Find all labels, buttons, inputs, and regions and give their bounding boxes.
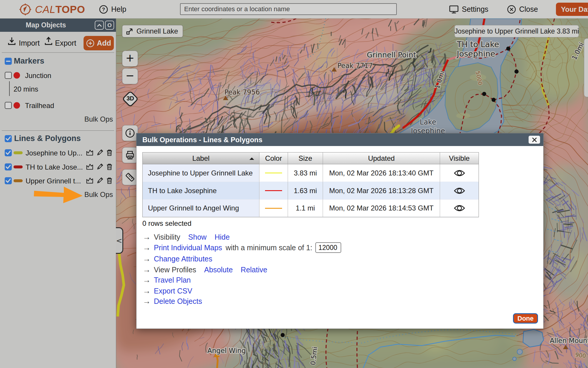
table-row[interactable]: TH to Lake Josephine 1.63 mi Mon, 02 Mar… (142, 182, 479, 200)
action-travel-plan: → Travel Plan (143, 276, 191, 284)
print-scale-suffix: with a minimum scale of 1: (226, 243, 312, 252)
column-header-visible[interactable]: Visible (440, 152, 479, 164)
cell-color[interactable] (259, 182, 288, 200)
action-arrow-icon: → (143, 233, 154, 242)
action-arrow-icon: → (143, 243, 154, 252)
action-print: → Print Individual Maps with a minimum s… (143, 243, 341, 252)
cell-updated[interactable]: Mon, 02 Mar 2026 18:14:53 GMT (323, 200, 440, 217)
visible-eye-icon (454, 169, 465, 177)
cell-color[interactable] (259, 164, 288, 182)
column-label-text: Label (192, 154, 210, 162)
row-color-swatch (265, 208, 282, 209)
table-row[interactable]: Josephine to Upper Grinnell Lake 3.83 mi… (142, 164, 479, 182)
cell-visible[interactable] (440, 164, 479, 182)
visibility-label: Visibility (154, 233, 180, 241)
action-arrow-icon: → (143, 265, 154, 274)
done-button[interactable]: Done (513, 313, 538, 324)
cell-label[interactable]: TH to Lake Josephine (143, 182, 259, 200)
min-scale-input[interactable] (315, 242, 341, 253)
cell-updated[interactable]: Mon, 02 Mar 2026 18:13:40 GMT (323, 164, 440, 182)
row-color-swatch (265, 190, 282, 191)
profiles-relative-link[interactable]: Relative (241, 266, 267, 274)
app: TH to Lake Josephine Grinnell Point Peak… (0, 0, 588, 368)
print-individual-maps-link[interactable]: Print Individual Maps (154, 243, 222, 252)
dialog-title: Bulk Operations - Lines & Polygons (142, 133, 262, 146)
travel-plan-link[interactable]: Travel Plan (154, 276, 191, 284)
visible-eye-icon (454, 204, 465, 212)
sort-ascending-icon (249, 158, 254, 160)
cell-visible[interactable] (440, 200, 479, 217)
change-attributes-link[interactable]: Change Attributes (154, 255, 212, 263)
cell-updated[interactable]: Mon, 02 Mar 2026 18:13:28 GMT (323, 182, 440, 200)
row-color-swatch (265, 173, 282, 173)
action-export-csv: → Export CSV (143, 286, 192, 295)
visibility-show-link[interactable]: Show (188, 233, 207, 241)
visibility-hide-link[interactable]: Hide (214, 233, 229, 241)
cell-label[interactable]: Josephine to Upper Grinnell Lake (143, 164, 259, 182)
column-header-size[interactable]: Size (288, 152, 323, 164)
cell-visible[interactable] (440, 182, 479, 200)
annotation-arrow (33, 184, 84, 205)
export-csv-link[interactable]: Export CSV (154, 287, 192, 295)
dialog-close-button[interactable] (529, 136, 540, 144)
column-label-text: Size (299, 154, 312, 162)
action-delete-objects: → Delete Objects (143, 297, 202, 306)
close-icon (532, 137, 537, 142)
cell-label[interactable]: Upper Grinnell to Angel Wing (143, 200, 259, 217)
action-change-attributes: → Change Attributes (143, 254, 212, 263)
column-header-color[interactable]: Color (259, 152, 288, 164)
cell-size[interactable]: 1.1 mi (288, 200, 323, 217)
delete-objects-link[interactable]: Delete Objects (154, 297, 202, 306)
cell-color[interactable] (259, 200, 288, 217)
action-arrow-icon: → (143, 254, 154, 263)
table-header-row: Label Color Size Updated Visible (142, 152, 479, 164)
column-label-text: Visible (449, 154, 469, 162)
action-arrow-icon: → (143, 286, 154, 296)
column-header-updated[interactable]: Updated (323, 152, 440, 164)
bulk-operations-dialog: Bulk Operations - Lines & Polygons Label… (136, 133, 544, 329)
visible-eye-icon (454, 187, 465, 195)
action-arrow-icon: → (143, 297, 154, 306)
column-label-text: Color (265, 154, 282, 162)
profiles-absolute-link[interactable]: Absolute (204, 266, 233, 274)
selection-status: 0 rows selected (142, 219, 191, 228)
objects-table: Label Color Size Updated Visible Josephi… (142, 152, 479, 217)
action-visibility: → Visibility Show Hide (143, 233, 230, 241)
action-view-profiles: → View Profiles Absolute Relative (143, 265, 267, 274)
done-button-label: Done (517, 315, 534, 322)
dialog-title-bar: Bulk Operations - Lines & Polygons (136, 133, 543, 146)
column-label-text: Updated (368, 154, 395, 162)
cell-size[interactable]: 1.63 mi (288, 182, 323, 200)
view-profiles-label: View Profiles (154, 266, 196, 274)
column-header-label[interactable]: Label (143, 152, 259, 164)
cell-size[interactable]: 3.83 mi (288, 164, 323, 182)
table-row[interactable]: Upper Grinnell to Angel Wing 1.1 mi Mon,… (142, 200, 479, 217)
action-arrow-icon: → (143, 276, 154, 285)
